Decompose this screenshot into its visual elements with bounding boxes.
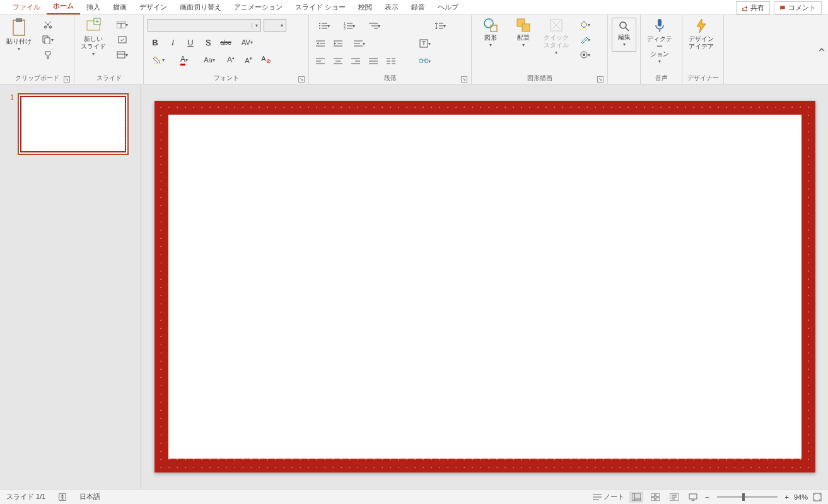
slide-content[interactable] bbox=[168, 115, 802, 459]
align-center-button[interactable] bbox=[330, 54, 346, 68]
notes-toggle-button[interactable]: ノート bbox=[593, 492, 624, 501]
layout-button[interactable]: ▾ bbox=[111, 18, 134, 32]
shape-outline-button[interactable]: ▾ bbox=[574, 33, 597, 47]
tab-record[interactable]: 録音 bbox=[405, 0, 431, 14]
shapes-button[interactable]: 図形▾ bbox=[475, 18, 506, 49]
spacing-button[interactable]: AV▾ bbox=[236, 35, 259, 49]
thumbnail-item[interactable]: 1 bbox=[6, 93, 134, 155]
section-button[interactable]: ▾ bbox=[111, 48, 134, 62]
change-case-button[interactable]: Aa▾ bbox=[198, 53, 221, 67]
paragraph-launcher[interactable]: ↘ bbox=[461, 76, 467, 83]
tab-transition[interactable]: 画面切り替え bbox=[173, 0, 228, 14]
reset-button[interactable] bbox=[115, 33, 130, 47]
highlight-button[interactable]: ▾ bbox=[148, 53, 170, 67]
tab-animation[interactable]: アニメーション bbox=[228, 0, 289, 14]
quickstyle-label: クイック スタイル bbox=[544, 34, 569, 49]
increase-indent-button[interactable] bbox=[330, 37, 346, 50]
tab-file[interactable]: ファイル bbox=[6, 0, 47, 14]
paste-button[interactable]: 貼り付け ▾ bbox=[4, 18, 34, 53]
view-slideshow-button[interactable] bbox=[686, 491, 700, 503]
tab-help[interactable]: ヘルプ bbox=[431, 0, 465, 14]
zoom-in-button[interactable]: + bbox=[785, 493, 789, 501]
quickstyle-button[interactable]: クイック スタイル▾ bbox=[541, 18, 571, 57]
clipboard-launcher[interactable]: ↘ bbox=[64, 76, 70, 83]
zoom-value[interactable]: 94% bbox=[794, 493, 808, 501]
share-icon bbox=[742, 5, 748, 11]
font-name-input[interactable]: ▾ bbox=[148, 19, 261, 32]
italic-button[interactable]: I bbox=[165, 35, 180, 49]
new-slide-button[interactable]: 新しい スライド ▾ bbox=[78, 18, 108, 58]
font-size-input[interactable]: ▾ bbox=[264, 19, 286, 32]
arrange-button[interactable]: 配置▾ bbox=[508, 18, 539, 49]
underline-icon: U bbox=[187, 38, 193, 47]
grow-font-button[interactable]: A▴ bbox=[223, 53, 238, 67]
share-button[interactable]: 共有 bbox=[736, 1, 770, 14]
cut-icon bbox=[44, 20, 52, 29]
tab-draw[interactable]: 描画 bbox=[107, 0, 133, 14]
tab-slideshow[interactable]: スライド ショー bbox=[289, 0, 352, 14]
view-reading-button[interactable] bbox=[667, 491, 681, 503]
shadow-button[interactable]: S bbox=[201, 35, 216, 49]
strike-button[interactable]: abc bbox=[218, 35, 233, 49]
shapes-icon bbox=[483, 18, 498, 33]
fit-window-button[interactable] bbox=[813, 493, 822, 501]
slide-canvas-area[interactable] bbox=[141, 84, 828, 489]
font-color-button[interactable]: A▾ bbox=[173, 53, 195, 67]
justify-button[interactable] bbox=[366, 54, 381, 68]
thumbnail-slide-1[interactable] bbox=[18, 93, 129, 155]
shrink-font-button[interactable]: A▾ bbox=[241, 53, 256, 67]
underline-button[interactable]: U bbox=[183, 35, 198, 49]
view-normal-button[interactable] bbox=[629, 491, 643, 503]
slide[interactable] bbox=[155, 101, 815, 472]
columns-icon bbox=[387, 57, 395, 65]
new-slide-icon bbox=[85, 18, 102, 34]
line-spacing-button[interactable]: ▾ bbox=[429, 19, 452, 33]
svg-point-64 bbox=[484, 19, 493, 28]
quickstyle-icon bbox=[549, 18, 564, 33]
align-right-button[interactable] bbox=[348, 54, 363, 68]
font-launcher[interactable]: ↘ bbox=[298, 76, 305, 83]
thumbnail-panel[interactable]: 1 bbox=[0, 84, 141, 489]
comment-button[interactable]: コメント bbox=[774, 1, 822, 14]
clear-format-button[interactable]: A⊘ bbox=[259, 53, 274, 67]
dictate-button[interactable]: ディクテー ション▾ bbox=[644, 18, 675, 66]
status-slide-count[interactable]: スライド 1/1 bbox=[6, 492, 45, 501]
case-icon: Aa bbox=[204, 56, 212, 64]
align-text-button[interactable]: ▾ bbox=[348, 37, 371, 50]
format-painter-button[interactable] bbox=[40, 48, 55, 62]
zoom-out-button[interactable]: − bbox=[705, 493, 709, 501]
shape-effects-button[interactable]: ▾ bbox=[574, 48, 597, 62]
bullets-button[interactable]: ▾ bbox=[313, 19, 335, 33]
svg-rect-12 bbox=[117, 52, 125, 58]
text-direction-button[interactable]: ▾ bbox=[414, 37, 436, 50]
menu-bar: ファイル ホーム 挿入 描画 デザイン 画面切り替え アニメーション スライド … bbox=[0, 0, 828, 15]
cut-button[interactable] bbox=[40, 18, 55, 32]
drawing-launcher[interactable]: ↘ bbox=[597, 76, 604, 83]
indent-levels-button[interactable]: ▾ bbox=[363, 19, 386, 33]
zoom-slider-thumb[interactable] bbox=[742, 493, 745, 501]
shape-fill-button[interactable]: ▾ bbox=[574, 18, 597, 32]
group-slides: 新しい スライド ▾ ▾ ▾ スライド bbox=[74, 15, 144, 84]
view-sorter-button[interactable] bbox=[648, 491, 662, 503]
status-language[interactable]: 日本語 bbox=[79, 492, 100, 501]
status-bar: スライド 1/1 日本語 ノート − + 94% bbox=[0, 489, 828, 504]
collapse-ribbon-button[interactable] bbox=[815, 15, 828, 84]
numbering-button[interactable]: 123▾ bbox=[338, 19, 361, 33]
copy-button[interactable]: ▾ bbox=[37, 33, 59, 47]
tab-view[interactable]: 表示 bbox=[378, 0, 405, 14]
design-ideas-button[interactable]: デザイン アイデア bbox=[686, 18, 716, 50]
align-left-button[interactable] bbox=[313, 54, 328, 68]
tab-review[interactable]: 校閲 bbox=[352, 0, 378, 14]
accessibility-icon[interactable] bbox=[58, 493, 67, 501]
convert-smartart-button[interactable]: ▾ bbox=[414, 54, 436, 68]
group-voice-label: 音声 bbox=[644, 74, 678, 84]
find-button[interactable]: 編集▾ bbox=[612, 18, 636, 52]
tab-design[interactable]: デザイン bbox=[133, 0, 173, 14]
zoom-slider[interactable] bbox=[717, 496, 778, 498]
share-label: 共有 bbox=[750, 3, 764, 13]
bold-button[interactable]: B bbox=[148, 35, 163, 49]
columns-button[interactable] bbox=[383, 54, 399, 68]
decrease-indent-button[interactable] bbox=[313, 37, 328, 50]
tab-home[interactable]: ホーム bbox=[47, 0, 80, 14]
tab-insert[interactable]: 挿入 bbox=[80, 0, 107, 14]
